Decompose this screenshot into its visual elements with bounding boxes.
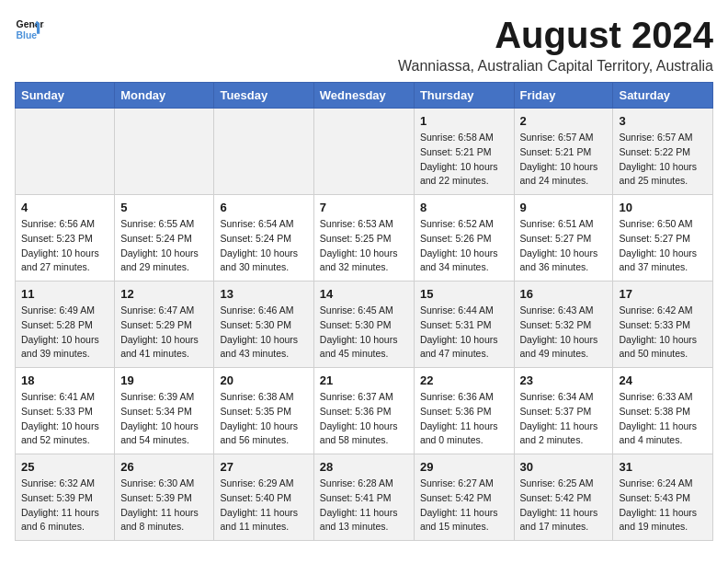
svg-text:Blue: Blue	[17, 30, 38, 40]
calendar-cell: 31Sunrise: 6:24 AM Sunset: 5:43 PM Dayli…	[613, 454, 713, 541]
weekday-header: Thursday	[414, 83, 514, 109]
logo: General Blue	[15, 15, 44, 44]
day-number: 3	[619, 114, 707, 128]
calendar-cell: 25Sunrise: 6:32 AM Sunset: 5:39 PM Dayli…	[16, 454, 115, 541]
title-area: August 2024 Wanniassa, Australian Capita…	[398, 15, 713, 75]
day-info: Sunrise: 6:51 AM Sunset: 5:27 PM Dayligh…	[520, 217, 608, 275]
day-info: Sunrise: 6:46 AM Sunset: 5:30 PM Dayligh…	[220, 304, 307, 362]
calendar-table: SundayMondayTuesdayWednesdayThursdayFrid…	[15, 82, 713, 541]
day-info: Sunrise: 6:44 AM Sunset: 5:31 PM Dayligh…	[420, 304, 508, 362]
calendar-cell: 3Sunrise: 6:57 AM Sunset: 5:22 PM Daylig…	[613, 109, 713, 195]
day-number: 20	[220, 373, 307, 387]
svg-text:General: General	[17, 19, 44, 29]
weekday-header: Tuesday	[214, 83, 313, 109]
day-number: 23	[520, 373, 608, 387]
day-number: 13	[220, 287, 307, 301]
day-number: 17	[619, 287, 707, 301]
calendar-cell: 5Sunrise: 6:55 AM Sunset: 5:24 PM Daylig…	[115, 195, 214, 282]
logo-icon: General Blue	[15, 15, 44, 44]
calendar-cell: 24Sunrise: 6:33 AM Sunset: 5:38 PM Dayli…	[613, 368, 713, 454]
header-row: SundayMondayTuesdayWednesdayThursdayFrid…	[16, 83, 713, 109]
calendar-cell: 8Sunrise: 6:52 AM Sunset: 5:26 PM Daylig…	[414, 195, 514, 282]
day-info: Sunrise: 6:57 AM Sunset: 5:21 PM Dayligh…	[520, 131, 608, 189]
calendar-week-row: 25Sunrise: 6:32 AM Sunset: 5:39 PM Dayli…	[16, 454, 713, 541]
day-info: Sunrise: 6:54 AM Sunset: 5:24 PM Dayligh…	[220, 217, 307, 275]
weekday-header: Saturday	[613, 83, 713, 109]
day-info: Sunrise: 6:24 AM Sunset: 5:43 PM Dayligh…	[619, 477, 707, 534]
day-info: Sunrise: 6:53 AM Sunset: 5:25 PM Dayligh…	[320, 217, 408, 275]
calendar-cell: 9Sunrise: 6:51 AM Sunset: 5:27 PM Daylig…	[514, 195, 613, 282]
calendar-week-row: 11Sunrise: 6:49 AM Sunset: 5:28 PM Dayli…	[16, 282, 713, 368]
day-info: Sunrise: 6:52 AM Sunset: 5:26 PM Dayligh…	[420, 217, 508, 275]
calendar-cell: 22Sunrise: 6:36 AM Sunset: 5:36 PM Dayli…	[414, 368, 514, 454]
calendar-cell: 14Sunrise: 6:45 AM Sunset: 5:30 PM Dayli…	[313, 282, 414, 368]
day-number: 15	[420, 287, 508, 301]
day-number: 16	[520, 287, 608, 301]
day-info: Sunrise: 6:33 AM Sunset: 5:38 PM Dayligh…	[619, 390, 707, 448]
day-number: 31	[619, 460, 707, 474]
calendar-cell: 6Sunrise: 6:54 AM Sunset: 5:24 PM Daylig…	[214, 195, 313, 282]
day-info: Sunrise: 6:39 AM Sunset: 5:34 PM Dayligh…	[120, 390, 208, 448]
calendar-cell: 28Sunrise: 6:28 AM Sunset: 5:41 PM Dayli…	[313, 454, 414, 541]
calendar-cell: 27Sunrise: 6:29 AM Sunset: 5:40 PM Dayli…	[214, 454, 313, 541]
day-info: Sunrise: 6:41 AM Sunset: 5:33 PM Dayligh…	[21, 390, 108, 448]
day-info: Sunrise: 6:56 AM Sunset: 5:23 PM Dayligh…	[21, 217, 108, 275]
day-info: Sunrise: 6:42 AM Sunset: 5:33 PM Dayligh…	[619, 304, 707, 362]
calendar-cell: 23Sunrise: 6:34 AM Sunset: 5:37 PM Dayli…	[514, 368, 613, 454]
day-number: 1	[420, 114, 508, 128]
day-number: 11	[21, 287, 108, 301]
day-number: 28	[320, 460, 408, 474]
calendar-cell: 16Sunrise: 6:43 AM Sunset: 5:32 PM Dayli…	[514, 282, 613, 368]
calendar-cell	[115, 109, 214, 195]
day-info: Sunrise: 6:36 AM Sunset: 5:36 PM Dayligh…	[420, 390, 508, 448]
day-info: Sunrise: 6:32 AM Sunset: 5:39 PM Dayligh…	[21, 477, 108, 534]
day-number: 6	[220, 201, 307, 214]
day-info: Sunrise: 6:37 AM Sunset: 5:36 PM Dayligh…	[320, 390, 408, 448]
day-number: 2	[520, 114, 608, 128]
day-info: Sunrise: 6:57 AM Sunset: 5:22 PM Dayligh…	[619, 131, 707, 189]
day-number: 7	[320, 201, 408, 214]
calendar-cell: 2Sunrise: 6:57 AM Sunset: 5:21 PM Daylig…	[514, 109, 613, 195]
calendar-cell: 4Sunrise: 6:56 AM Sunset: 5:23 PM Daylig…	[16, 195, 115, 282]
calendar-week-row: 4Sunrise: 6:56 AM Sunset: 5:23 PM Daylig…	[16, 195, 713, 282]
calendar-cell: 7Sunrise: 6:53 AM Sunset: 5:25 PM Daylig…	[313, 195, 414, 282]
day-info: Sunrise: 6:55 AM Sunset: 5:24 PM Dayligh…	[120, 217, 208, 275]
day-info: Sunrise: 6:29 AM Sunset: 5:40 PM Dayligh…	[220, 477, 307, 534]
day-number: 30	[520, 460, 608, 474]
day-info: Sunrise: 6:30 AM Sunset: 5:39 PM Dayligh…	[120, 477, 208, 534]
day-number: 12	[120, 287, 208, 301]
day-info: Sunrise: 6:49 AM Sunset: 5:28 PM Dayligh…	[21, 304, 108, 362]
day-info: Sunrise: 6:43 AM Sunset: 5:32 PM Dayligh…	[520, 304, 608, 362]
day-info: Sunrise: 6:25 AM Sunset: 5:42 PM Dayligh…	[520, 477, 608, 534]
day-number: 8	[420, 201, 508, 214]
day-info: Sunrise: 6:27 AM Sunset: 5:42 PM Dayligh…	[420, 477, 508, 534]
day-info: Sunrise: 6:47 AM Sunset: 5:29 PM Dayligh…	[120, 304, 208, 362]
day-number: 4	[21, 201, 108, 214]
day-number: 10	[619, 201, 707, 214]
calendar-cell: 15Sunrise: 6:44 AM Sunset: 5:31 PM Dayli…	[414, 282, 514, 368]
calendar-cell: 17Sunrise: 6:42 AM Sunset: 5:33 PM Dayli…	[613, 282, 713, 368]
header: General Blue August 2024 Wanniassa, Aust…	[15, 15, 713, 75]
day-number: 27	[220, 460, 307, 474]
calendar-cell	[313, 109, 414, 195]
day-info: Sunrise: 6:38 AM Sunset: 5:35 PM Dayligh…	[220, 390, 307, 448]
day-info: Sunrise: 6:58 AM Sunset: 5:21 PM Dayligh…	[420, 131, 508, 189]
day-info: Sunrise: 6:34 AM Sunset: 5:37 PM Dayligh…	[520, 390, 608, 448]
calendar-cell: 11Sunrise: 6:49 AM Sunset: 5:28 PM Dayli…	[16, 282, 115, 368]
calendar-cell	[214, 109, 313, 195]
weekday-header: Sunday	[16, 83, 115, 109]
day-number: 18	[21, 373, 108, 387]
day-number: 24	[619, 373, 707, 387]
calendar-cell: 18Sunrise: 6:41 AM Sunset: 5:33 PM Dayli…	[16, 368, 115, 454]
calendar-cell: 30Sunrise: 6:25 AM Sunset: 5:42 PM Dayli…	[514, 454, 613, 541]
calendar-cell	[16, 109, 115, 195]
calendar-cell: 19Sunrise: 6:39 AM Sunset: 5:34 PM Dayli…	[115, 368, 214, 454]
calendar-week-row: 1Sunrise: 6:58 AM Sunset: 5:21 PM Daylig…	[16, 109, 713, 195]
day-number: 19	[120, 373, 208, 387]
weekday-header: Monday	[115, 83, 214, 109]
day-number: 21	[320, 373, 408, 387]
calendar-cell: 12Sunrise: 6:47 AM Sunset: 5:29 PM Dayli…	[115, 282, 214, 368]
calendar-week-row: 18Sunrise: 6:41 AM Sunset: 5:33 PM Dayli…	[16, 368, 713, 454]
calendar-cell: 21Sunrise: 6:37 AM Sunset: 5:36 PM Dayli…	[313, 368, 414, 454]
day-number: 14	[320, 287, 408, 301]
